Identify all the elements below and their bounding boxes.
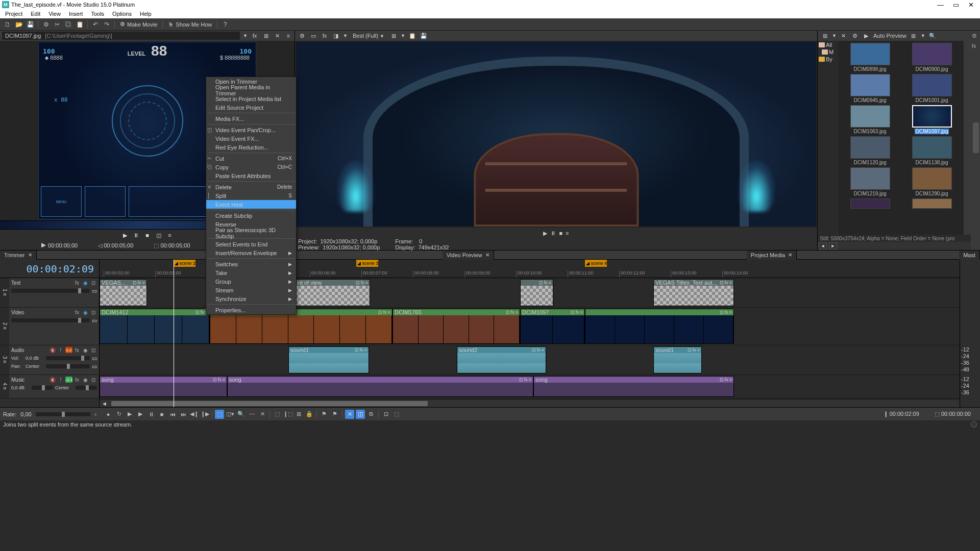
- track-more-icon[interactable]: ⊡: [90, 377, 97, 383]
- media-thumb[interactable]: [902, 198, 962, 209]
- side-handle[interactable]: [973, 122, 979, 153]
- menu-insert[interactable]: Insert: [66, 11, 86, 17]
- play-icon[interactable]: ▶: [136, 410, 145, 419]
- clip[interactable]: song⊡fx≡: [227, 376, 533, 397]
- close-icon[interactable]: ✕: [788, 252, 792, 258]
- tab-master[interactable]: Mast: [959, 251, 980, 260]
- media-thumb[interactable]: DCIM1290.jpg: [902, 167, 962, 196]
- menu-tools[interactable]: Tools: [88, 11, 107, 17]
- snapshot-icon[interactable]: 📋: [408, 32, 416, 40]
- close-icon[interactable]: ✕: [485, 252, 489, 258]
- track-header-text[interactable]: 1 ≡ Textfx◉⊡ ▭: [0, 278, 99, 308]
- media-thumb[interactable]: DCIM1120.jpg: [840, 136, 900, 165]
- media-tree[interactable]: All M By: [818, 41, 838, 235]
- track-more-icon[interactable]: ⊡: [90, 280, 97, 286]
- track-auto-icon[interactable]: ◉: [82, 347, 89, 353]
- preview-fx-icon[interactable]: fx: [321, 32, 329, 40]
- timeline-marker[interactable]: ◢ scene 3: [356, 260, 378, 267]
- media-prev-icon[interactable]: ◄: [819, 242, 827, 249]
- play-start-icon[interactable]: ▶: [125, 410, 134, 419]
- solo-icon[interactable]: !: [57, 347, 64, 353]
- media-thumb[interactable]: DCIM1063.jpg: [840, 105, 900, 134]
- media-thumb[interactable]: DCIM1219.jpg: [840, 167, 900, 196]
- context-menu-item[interactable]: Event Heal: [206, 200, 296, 209]
- close-button[interactable]: ✕: [968, 1, 974, 9]
- clip[interactable]: DCIM1765⊡fx≡: [393, 309, 520, 344]
- track-fx-icon[interactable]: fx: [74, 377, 81, 383]
- context-menu-item[interactable]: Red Eye Reduction...: [206, 143, 296, 152]
- menu-options[interactable]: Options: [109, 11, 135, 17]
- tab-media[interactable]: Project Media✕: [747, 251, 797, 260]
- next-frame-icon[interactable]: ❙▶: [200, 410, 209, 419]
- delete-tool-icon[interactable]: ✕: [258, 410, 267, 419]
- context-menu-item[interactable]: Select in Project Media list: [206, 94, 296, 103]
- clip[interactable]: VEGAS...⊡fx≡: [100, 279, 147, 306]
- stop-icon[interactable]: ■: [157, 410, 166, 419]
- maximize-button[interactable]: ▭: [953, 1, 959, 9]
- preview-play-icon[interactable]: ▶: [543, 230, 547, 237]
- clip[interactable]: VEGAS Titles_Text aut...⊡fx≡: [653, 279, 734, 306]
- clip[interactable]: song⊡fx≡: [533, 376, 734, 397]
- fx-icon[interactable]: fx: [251, 32, 259, 40]
- event-pan-icon[interactable]: ⊡: [381, 410, 390, 419]
- media-thumb[interactable]: DCIM0898.jpg: [840, 43, 900, 72]
- envelope-icon[interactable]: 〰: [247, 410, 256, 419]
- loop-icon[interactable]: ◫: [154, 231, 163, 239]
- track-fx-icon[interactable]: fx: [74, 347, 81, 353]
- help-icon[interactable]: ?: [220, 20, 230, 29]
- media-settings-icon[interactable]: ⚙: [851, 32, 859, 40]
- context-menu-item[interactable]: ⎮SplitS: [206, 191, 296, 200]
- preview-pause-icon[interactable]: ⏸: [550, 230, 556, 236]
- media-close-icon[interactable]: ✕: [840, 32, 848, 40]
- preview-stop-icon[interactable]: ■: [559, 230, 562, 236]
- clip[interactable]: sound1⊡fx≡: [653, 346, 702, 373]
- snap-grid-icon[interactable]: ⊞: [294, 410, 303, 419]
- track-header-music[interactable]: 4 ≡ Music🔇!-2.3fx◉⊡ 0,0 dBCenter: [0, 375, 99, 398]
- context-menu-item[interactable]: ✕DeleteDelete: [206, 183, 296, 191]
- track-header-audio[interactable]: 3 ≡ Audio🔇!0.2fx◉⊡ Vol:0,0 dB▭ Pan:Cente…: [0, 345, 99, 375]
- trimmer-path[interactable]: DCIM1097.jpg [C:\User\Footage\Gaming\]: [2, 32, 240, 40]
- sidetool-settings-icon[interactable]: ⚙: [972, 33, 979, 40]
- media-thumb[interactable]: DCIM0900.jpg: [902, 43, 962, 72]
- media-scrollbar[interactable]: [964, 41, 971, 235]
- clip[interactable]: ⊡fx≡: [585, 309, 734, 344]
- open-icon[interactable]: 📂: [14, 20, 23, 29]
- clip[interactable]: ⊡fx≡: [520, 279, 553, 306]
- track-auto-icon[interactable]: ◉: [82, 309, 89, 315]
- track-fx-icon[interactable]: fx: [74, 280, 81, 286]
- track-more-icon[interactable]: ⊡: [90, 309, 97, 315]
- track-more-icon[interactable]: ⊡: [90, 347, 97, 353]
- snapping-icon[interactable]: ⧉: [366, 410, 376, 419]
- record-icon[interactable]: ●: [104, 410, 113, 419]
- pause-icon[interactable]: ⏸: [146, 410, 156, 419]
- context-menu-item[interactable]: Stream▶: [206, 286, 296, 294]
- properties-icon[interactable]: ⚙: [41, 20, 51, 29]
- media-grid-icon[interactable]: ⊞: [910, 32, 918, 40]
- normal-edit-icon[interactable]: ⬚: [215, 410, 224, 419]
- selection-icon[interactable]: ◫▾: [226, 410, 235, 419]
- play-icon[interactable]: ▶: [120, 231, 130, 239]
- context-menu-item[interactable]: Insert/Remove Envelope▶: [206, 248, 296, 257]
- clip[interactable]: point of view⊡fx≡: [288, 279, 370, 306]
- menu-view[interactable]: View: [45, 11, 64, 17]
- clip[interactable]: sound2⊡fx≡: [457, 346, 546, 373]
- splitscreen-icon[interactable]: ◨: [332, 32, 340, 40]
- undo-icon[interactable]: ↶: [91, 20, 100, 29]
- grid-icon[interactable]: ⊞: [389, 32, 398, 40]
- quantize-icon[interactable]: ◫: [356, 410, 365, 419]
- timeline-scrollbar[interactable]: ◄: [100, 400, 960, 407]
- minimize-button[interactable]: —: [937, 1, 944, 9]
- snap-icon[interactable]: ⬚: [273, 410, 282, 419]
- timeline-marker[interactable]: ◢ scene 2: [174, 260, 195, 267]
- zoom-icon[interactable]: 🔍: [236, 410, 246, 419]
- save-icon[interactable]: 💾: [26, 20, 35, 29]
- timeline-marker[interactable]: ◢ scene 4: [585, 260, 607, 267]
- context-menu-item[interactable]: Paste Event Attributes: [206, 171, 296, 180]
- more-icon[interactable]: ≡: [284, 32, 292, 40]
- media-play-icon[interactable]: ▶: [862, 32, 870, 40]
- menu-project[interactable]: Project: [2, 11, 26, 17]
- save-snapshot-icon[interactable]: 💾: [420, 32, 428, 40]
- media-thumb[interactable]: DCIM1138.jpg: [902, 136, 962, 165]
- stop-icon[interactable]: ■: [143, 231, 152, 239]
- clip[interactable]: song⊡fx≡: [100, 376, 227, 397]
